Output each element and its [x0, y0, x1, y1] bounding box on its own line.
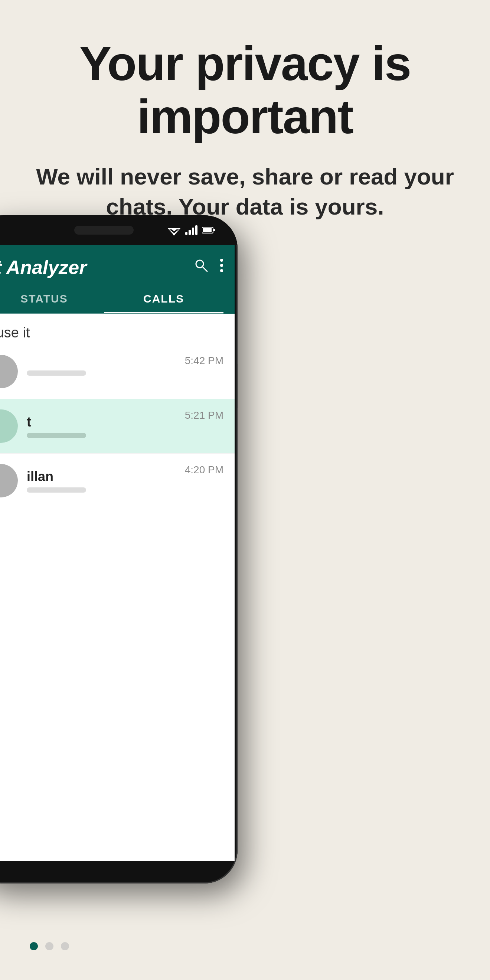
- svg-line-8: [203, 267, 207, 271]
- avatar: [0, 409, 18, 443]
- dot-1[interactable]: [30, 942, 38, 950]
- app-header: at Analyzer: [0, 245, 235, 314]
- avatar: [0, 355, 18, 388]
- svg-point-10: [220, 264, 223, 267]
- chat-item[interactable]: illan 4:20 PM: [0, 453, 235, 508]
- chat-preview: [27, 487, 223, 493]
- chat-content: [27, 368, 223, 375]
- dot-2[interactable]: [45, 942, 54, 950]
- wifi-icon: [167, 225, 181, 235]
- search-icon[interactable]: [193, 257, 209, 277]
- phone-side-button: [237, 364, 237, 408]
- chat-time: 4:20 PM: [185, 464, 223, 476]
- preview-bar: [27, 487, 86, 493]
- chat-time: 5:42 PM: [185, 355, 223, 367]
- svg-point-11: [220, 269, 223, 272]
- chat-item[interactable]: t 5:21 PM: [0, 399, 235, 453]
- status-icons: [167, 225, 215, 235]
- chat-preview: [27, 371, 223, 375]
- speaker-bar: [74, 226, 134, 235]
- phone-scene: at Analyzer: [0, 215, 267, 921]
- phone-body: at Analyzer: [0, 215, 237, 883]
- phone-screen: at Analyzer: [0, 245, 235, 861]
- svg-rect-6: [213, 229, 215, 231]
- chat-preview: [27, 433, 223, 438]
- main-title: Your privacy is important: [30, 37, 460, 143]
- svg-point-9: [220, 259, 223, 262]
- chat-item[interactable]: 5:42 PM: [0, 345, 235, 399]
- subtitle: We will never save, share or read your c…: [30, 162, 460, 222]
- svg-rect-5: [203, 228, 212, 232]
- header-section: Your privacy is important We will never …: [0, 0, 490, 244]
- dot-3[interactable]: [61, 942, 69, 950]
- chat-list: 5:42 PM t 5:21 PM: [0, 345, 235, 508]
- menu-icon[interactable]: [220, 257, 223, 277]
- app-title: at Analyzer: [0, 256, 87, 278]
- page-container: Your privacy is important We will never …: [0, 0, 490, 980]
- app-tabs: STATUS CALLS: [0, 286, 223, 314]
- app-icons: [193, 257, 223, 277]
- preview-bar: [27, 433, 86, 438]
- how-to-use-label: o use it: [0, 314, 235, 345]
- tab-calls[interactable]: CALLS: [104, 286, 223, 313]
- chat-time: 5:21 PM: [185, 409, 223, 421]
- preview-bar: [27, 371, 86, 375]
- avatar: [0, 464, 18, 498]
- battery-icon: [202, 226, 215, 234]
- signal-bars-icon: [185, 225, 197, 235]
- app-title-row: at Analyzer: [0, 256, 223, 286]
- phone-status-bar: [0, 215, 237, 245]
- dots-indicator: [30, 942, 69, 950]
- tab-status[interactable]: STATUS: [0, 286, 104, 313]
